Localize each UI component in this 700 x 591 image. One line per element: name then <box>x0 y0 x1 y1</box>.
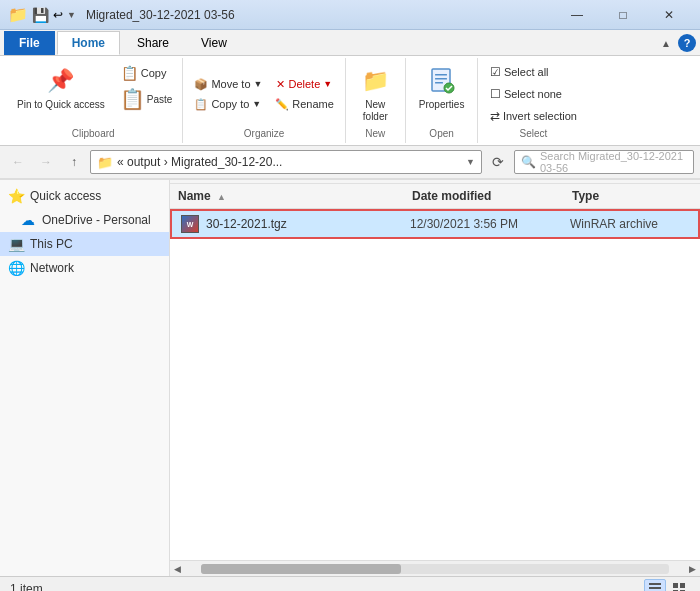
this-pc-icon: 💻 <box>8 236 24 252</box>
delete-icon: ✕ <box>276 78 285 91</box>
invert-selection-button[interactable]: ⇄ Invert selection <box>485 106 582 126</box>
svg-rect-2 <box>435 78 447 80</box>
view-mode-buttons <box>644 579 690 592</box>
svg-rect-3 <box>435 82 443 84</box>
search-box[interactable]: 🔍 Search Migrated_30-12-2021 03-56 <box>514 150 694 174</box>
ribbon-group-new: 📁 Newfolder New <box>346 58 406 143</box>
pin-to-quick-access-button[interactable]: 📌 Pin to Quick access <box>10 62 112 114</box>
file-list-header: Name ▲ Date modified Type <box>170 184 700 209</box>
new-folder-button[interactable]: 📁 Newfolder <box>352 62 398 126</box>
this-pc-label: This PC <box>30 237 73 251</box>
quick-access-dropdown[interactable]: ▼ <box>67 10 76 20</box>
clipboard-content: 📌 Pin to Quick access 📋 Copy 📋 Paste <box>10 62 176 126</box>
move-icon: 📦 <box>194 78 208 91</box>
back-button[interactable]: ← <box>6 150 30 174</box>
window-title: Migrated_30-12-2021 03-56 <box>86 8 235 22</box>
search-placeholder: Search Migrated_30-12-2021 03-56 <box>540 150 687 174</box>
tab-home[interactable]: Home <box>57 31 120 55</box>
rename-icon: ✏️ <box>275 98 289 111</box>
sidebar-item-onedrive[interactable]: ☁ OneDrive - Personal <box>0 208 169 232</box>
onedrive-label: OneDrive - Personal <box>42 213 151 227</box>
scroll-right-button[interactable]: ▶ <box>685 564 700 574</box>
refresh-button[interactable]: ⟳ <box>486 150 510 174</box>
quick-access-label: Quick access <box>30 189 101 203</box>
sort-icon: ▲ <box>217 192 226 202</box>
delete-button[interactable]: ✕ Delete ▼ <box>271 75 337 94</box>
select-all-icon: ☑ <box>490 65 501 79</box>
up-button[interactable]: ↑ <box>62 150 86 174</box>
file-list-area: Name ▲ Date modified Type W 30-12-2021.t… <box>170 180 700 576</box>
new-folder-icon: 📁 <box>359 65 391 97</box>
rename-button[interactable]: ✏️ Rename <box>270 95 339 114</box>
file-name: 30-12-2021.tgz <box>206 217 410 231</box>
tab-share[interactable]: Share <box>122 31 184 55</box>
network-icon: 🌐 <box>8 260 24 276</box>
scroll-left-button[interactable]: ◀ <box>170 564 185 574</box>
scroll-thumb[interactable] <box>201 564 401 574</box>
copy-button[interactable]: 📋 Copy <box>116 62 177 84</box>
maximize-button[interactable]: □ <box>600 0 646 30</box>
copy-icon: 📋 <box>121 65 138 81</box>
tab-file[interactable]: File <box>4 31 55 55</box>
large-icons-view-button[interactable] <box>668 579 690 592</box>
details-view-button[interactable] <box>644 579 666 592</box>
search-icon: 🔍 <box>521 155 536 169</box>
file-scroll-area: W 30-12-2021.tgz 12/30/2021 3:56 PM WinR… <box>170 209 700 560</box>
file-icon-winrar: W <box>180 214 200 234</box>
copyto-icon: 📋 <box>194 98 208 111</box>
quick-access-icon: ⭐ <box>8 188 24 204</box>
ribbon-group-organize: 📦 Move to ▼ ✕ Delete ▼ 📋 Copy to ▼ ✏️ <box>183 58 345 143</box>
pin-icon: 📌 <box>45 65 77 97</box>
ribbon-group-clipboard: 📌 Pin to Quick access 📋 Copy 📋 Paste Cli… <box>4 58 183 143</box>
tab-view[interactable]: View <box>186 31 242 55</box>
onedrive-icon: ☁ <box>20 212 36 228</box>
svg-rect-9 <box>680 583 685 588</box>
column-name[interactable]: Name ▲ <box>178 186 412 206</box>
sidebar: ⭐ Quick access ☁ OneDrive - Personal 💻 T… <box>0 180 170 576</box>
select-label: Select <box>519 126 547 139</box>
sidebar-item-quick-access[interactable]: ⭐ Quick access <box>0 184 169 208</box>
new-folder-label: Newfolder <box>363 99 388 123</box>
sidebar-item-this-pc[interactable]: 💻 This PC <box>0 232 169 256</box>
folder-address-icon: 📁 <box>97 155 113 170</box>
select-content: ☑ Select all ☐ Select none ⇄ Invert sele… <box>485 62 582 126</box>
move-dropdown-icon: ▼ <box>254 79 263 89</box>
organize-label: Organize <box>244 126 285 139</box>
ribbon-collapse-button[interactable]: ▲ <box>654 31 678 55</box>
address-box[interactable]: 📁 « output › Migrated_30-12-20... ▼ <box>90 150 482 174</box>
select-none-button[interactable]: ☐ Select none <box>485 84 567 104</box>
open-label: Open <box>429 126 453 139</box>
clipboard-small-buttons: 📋 Copy 📋 Paste <box>116 62 177 113</box>
delete-dropdown-icon: ▼ <box>323 79 332 89</box>
svg-rect-6 <box>649 587 661 589</box>
ribbon-panel: 📌 Pin to Quick access 📋 Copy 📋 Paste Cli… <box>0 56 700 146</box>
column-date[interactable]: Date modified <box>412 189 572 203</box>
paste-button[interactable]: 📋 Paste <box>116 85 177 113</box>
scroll-track <box>201 564 669 574</box>
organize-row2: 📋 Copy to ▼ ✏️ Rename <box>189 95 338 114</box>
new-label: New <box>365 126 385 139</box>
svg-rect-1 <box>435 74 447 76</box>
column-type[interactable]: Type <box>572 189 692 203</box>
address-dropdown-icon[interactable]: ▼ <box>466 157 475 167</box>
ribbon-group-open: Properties Open <box>406 58 479 143</box>
undo-title-icon: ↩ <box>53 8 63 22</box>
sidebar-item-network[interactable]: 🌐 Network <box>0 256 169 280</box>
copyto-dropdown-icon: ▼ <box>252 99 261 109</box>
close-button[interactable]: ✕ <box>646 0 692 30</box>
properties-button[interactable]: Properties <box>412 62 472 113</box>
file-row[interactable]: W 30-12-2021.tgz 12/30/2021 3:56 PM WinR… <box>170 209 700 239</box>
forward-button[interactable]: → <box>34 150 58 174</box>
select-all-button[interactable]: ☑ Select all <box>485 62 554 82</box>
help-button[interactable]: ? <box>678 34 696 52</box>
organize-row1: 📦 Move to ▼ ✕ Delete ▼ <box>189 75 337 94</box>
open-content: Properties <box>412 62 472 126</box>
item-count: 1 item <box>10 582 43 592</box>
horizontal-scrollbar[interactable]: ◀ ▶ <box>170 560 700 576</box>
minimize-button[interactable]: — <box>554 0 600 30</box>
address-breadcrumb: « output › Migrated_30-12-20... <box>117 155 282 169</box>
copy-to-button[interactable]: 📋 Copy to ▼ <box>189 95 266 114</box>
move-to-button[interactable]: 📦 Move to ▼ <box>189 75 267 94</box>
svg-rect-5 <box>649 583 661 585</box>
status-bar: 1 item <box>0 576 700 591</box>
